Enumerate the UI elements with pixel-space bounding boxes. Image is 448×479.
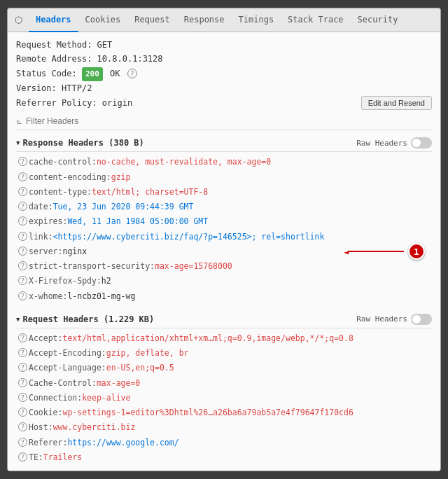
header-name: date: — [29, 201, 53, 213]
row-help-icon[interactable]: ? — [18, 276, 27, 285]
response-headers-title: ▼ Response Headers (380 B) — [16, 138, 144, 148]
referrer-policy-row: Referrer Policy: origin Edit and Resend — [16, 96, 432, 110]
row-help-icon[interactable]: ? — [18, 333, 27, 342]
response-header-row: ?server: nginx1 — [16, 244, 432, 259]
header-name: expires: — [29, 216, 67, 228]
collapse-triangle[interactable]: ▼ — [16, 139, 20, 146]
tab-timings[interactable]: Timings — [232, 8, 281, 32]
header-name: strict-transport-security: — [29, 261, 155, 272]
header-value: no-cache, must-revalidate, max-age=0 — [97, 156, 271, 168]
request-header-row: ?Referer: https://www.google.com/ — [16, 436, 432, 450]
request-header-row: ?Accept: text/html,application/xhtml+xm…… — [16, 331, 432, 346]
row-help-icon[interactable]: ? — [18, 261, 27, 270]
remote-address-row: Remote Address: 10.8.0.1:3128 — [16, 52, 432, 66]
header-name: link: — [29, 231, 53, 243]
header-value: gzip, deflate, br — [106, 347, 189, 359]
row-help-icon[interactable]: ? — [18, 202, 27, 211]
header-value: www.cyberciti.biz — [53, 422, 136, 433]
annotation-arrow: 1 — [348, 243, 425, 260]
status-code-row: Status Code: 200 OK ? — [16, 67, 432, 82]
response-header-row: ?strict-transport-security: max-age=1576… — [16, 259, 432, 274]
tab-cookies[interactable]: Cookies — [78, 8, 128, 32]
tab-security[interactable]: Security — [351, 8, 405, 32]
header-value: nginx — [62, 246, 87, 258]
row-help-icon[interactable]: ? — [18, 247, 27, 256]
response-header-row: ?content-type: text/html; charset=UTF-8 — [16, 185, 432, 200]
remote-address-value: 10.8.0.1:3128 — [97, 54, 163, 64]
referrer-policy-value: origin — [102, 98, 132, 108]
header-value: Tue, 23 Jun 2020 09:44:39 GMT — [53, 201, 194, 213]
header-value: Wed, 11 Jan 1984 05:00:00 GMT — [67, 216, 208, 228]
header-name: cache-control: — [29, 156, 97, 168]
response-header-row: ?expires: Wed, 11 Jan 1984 05:00:00 GMT — [16, 214, 432, 229]
request-method-value-text: GET — [97, 40, 113, 50]
header-value: <https://www.cyberciti.biz/faq/?p=146525… — [53, 231, 325, 243]
header-value: text/html,application/xhtml+xm…ml;q=0.9,… — [62, 333, 353, 345]
header-name: TE: — [29, 452, 43, 464]
tab-stack-trace[interactable]: Stack Trace — [281, 8, 350, 32]
tab-bar: ⬡ Headers Cookies Request Response Timin… — [8, 8, 440, 32]
row-help-icon[interactable]: ? — [18, 187, 27, 196]
row-help-icon[interactable]: ? — [18, 291, 27, 300]
request-header-row: ?Accept-Language: en-US,en;q=0.5 — [16, 361, 432, 375]
row-help-icon[interactable]: ? — [18, 216, 27, 225]
request-header-rows: ?Accept: text/html,application/xhtml+xm…… — [16, 331, 432, 465]
row-help-icon[interactable]: ? — [18, 363, 27, 372]
status-code-label: Status Code: — [16, 69, 77, 78]
request-raw-headers-toggle[interactable] — [411, 314, 432, 325]
row-help-icon[interactable]: ? — [18, 378, 27, 387]
remote-address-label: Remote Address: — [16, 54, 92, 64]
row-help-icon[interactable]: ? — [18, 452, 27, 461]
header-value: https://www.google.com/ — [67, 437, 178, 449]
row-help-icon[interactable]: ? — [18, 232, 27, 241]
panel-icon[interactable]: ⬡ — [10, 13, 26, 28]
response-raw-headers-toggle[interactable] — [411, 137, 432, 148]
collapse-triangle-req[interactable]: ▼ — [16, 316, 20, 323]
header-name: x-whome: — [29, 291, 67, 303]
version-label: Version: — [16, 83, 57, 93]
request-headers-title: ▼ Request Headers (1.229 KB) — [16, 314, 154, 324]
row-help-icon[interactable]: ? — [18, 408, 27, 417]
request-header-row: ?Cookie: wp-settings-1=editor%3Dhtml%26…… — [16, 405, 432, 420]
response-header-row: ?link: <https://www.cyberciti.biz/faq/?p… — [16, 230, 432, 244]
filter-input[interactable] — [26, 116, 166, 126]
row-help-icon[interactable]: ? — [18, 438, 27, 447]
row-help-icon[interactable]: ? — [18, 348, 27, 357]
header-name: Accept-Encoding: — [29, 347, 106, 359]
header-value: en-US,en;q=0.5 — [106, 362, 174, 374]
request-header-row: ?Cache-Control: max-age=0 — [16, 376, 432, 391]
tab-response[interactable]: Response — [177, 8, 232, 32]
request-headers-section-header: ▼ Request Headers (1.229 KB) Raw Headers — [16, 310, 432, 328]
header-value: wp-settings-1=editor%3Dhtml%26…a26ba6a79… — [62, 407, 353, 419]
header-value: max-age=0 — [97, 377, 140, 389]
header-name: Accept: — [29, 333, 62, 345]
response-header-row: ?content-encoding: gzip — [16, 170, 432, 185]
request-header-row: ?Accept-Encoding: gzip, deflate, br — [16, 346, 432, 361]
row-help-icon[interactable]: ? — [18, 172, 27, 181]
row-help-icon[interactable]: ? — [18, 422, 27, 431]
filter-row: ⊾ — [16, 113, 432, 130]
request-method-row: Request Method: GET — [16, 38, 432, 52]
edit-resend-button[interactable]: Edit and Resend — [361, 96, 432, 110]
response-raw-headers-label: Raw Headers — [356, 137, 432, 148]
version-value: HTTP/2 — [62, 83, 92, 93]
header-name: content-type: — [29, 186, 92, 198]
header-name: Cache-Control: — [29, 377, 97, 389]
referrer-policy-label: Referrer Policy: — [16, 98, 97, 108]
header-name: Referer: — [29, 437, 67, 449]
response-header-row: ?cache-control: no-cache, must-revalidat… — [16, 155, 432, 169]
header-name: Cookie: — [29, 407, 62, 419]
header-name: Host: — [29, 422, 53, 433]
header-value: Trailers — [43, 452, 82, 464]
header-name: Connection: — [29, 392, 82, 404]
tab-request[interactable]: Request — [127, 8, 177, 32]
tab-headers[interactable]: Headers — [29, 8, 78, 32]
response-header-row: ?X-Firefox-Spdy: h2 — [16, 274, 432, 289]
row-help-icon[interactable]: ? — [18, 157, 27, 166]
header-name: content-encoding: — [29, 172, 111, 183]
status-help-icon[interactable]: ? — [127, 69, 137, 78]
request-header-row: ?TE: Trailers — [16, 450, 432, 465]
request-method-label: Request Method: — [16, 40, 92, 50]
row-help-icon[interactable]: ? — [18, 393, 27, 402]
header-name: server: — [29, 246, 62, 258]
